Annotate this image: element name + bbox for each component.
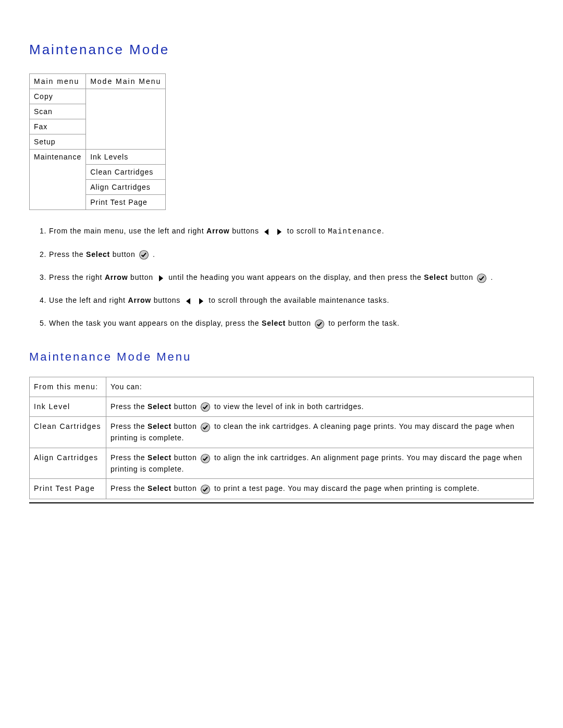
arrow-right-icon (275, 226, 284, 237)
select-icon (314, 318, 325, 330)
table-header-from-this-menu: From this menu: (30, 377, 106, 397)
table-cell-align-cartridges: Align Cartridges (86, 180, 166, 195)
section-title-maintenance-mode-menu: Maintenance Mode Menu (29, 350, 534, 364)
table-cell-maintenance: Maintenance (30, 150, 86, 210)
select-icon (200, 422, 211, 433)
table-row-align-cartridges-label: Align Cartridges (30, 448, 106, 478)
table-cell-setup: Setup (30, 134, 86, 150)
step-2: Press the Select button . (49, 249, 534, 261)
table-cell-clean-cartridges: Clean Cartridges (86, 165, 166, 180)
table-row-ink-level-desc: Press the Select button to view the leve… (106, 397, 534, 417)
step-3: Press the right Arrow button until the h… (49, 272, 534, 283)
table-row-print-test-page-desc: Press the Select button to print a test … (106, 478, 534, 499)
table-cell-ink-levels: Ink Levels (86, 150, 166, 165)
step-5: When the task you want appears on the di… (49, 318, 534, 329)
table-row-clean-cartridges-label: Clean Cartridges (30, 417, 106, 448)
maintenance-mode-menu-table: From this menu: You can: Ink Level Press… (29, 377, 534, 499)
select-icon (200, 401, 211, 412)
select-icon (200, 484, 211, 495)
table-row-clean-cartridges-desc: Press the Select button to clean the ink… (106, 417, 534, 448)
table-cell-scan: Scan (30, 104, 86, 119)
arrow-left-icon (184, 295, 192, 306)
table-cell-copy: Copy (30, 89, 86, 104)
menu-structure-table: Main menu Mode Main Menu Copy Scan Fax S… (29, 73, 166, 210)
table-cell-print-test-page: Print Test Page (86, 195, 166, 210)
table-header-main-menu: Main menu (30, 74, 86, 89)
table-row-print-test-page-label: Print Test Page (30, 478, 106, 499)
table-cell-empty (86, 89, 166, 150)
page-title: Maintenance Mode (29, 42, 534, 58)
arrow-right-icon (157, 272, 165, 283)
table-cell-fax: Fax (30, 119, 86, 134)
arrow-left-icon (262, 226, 271, 237)
step-4: Use the left and right Arrow buttons to … (49, 295, 534, 306)
arrow-right-icon (197, 295, 205, 306)
table-row-ink-level-label: Ink Level (30, 397, 106, 417)
select-icon (200, 452, 211, 463)
step-1: From the main menu, use the left and rig… (49, 226, 534, 238)
table-header-you-can: You can: (106, 377, 534, 397)
table-row-align-cartridges-desc: Press the Select button to align the ink… (106, 448, 534, 478)
section-end-rule (29, 502, 534, 503)
instruction-steps: From the main menu, use the left and rig… (29, 226, 534, 329)
select-icon (139, 249, 149, 261)
table-header-mode-main-menu: Mode Main Menu (86, 74, 166, 89)
select-icon (476, 272, 487, 283)
